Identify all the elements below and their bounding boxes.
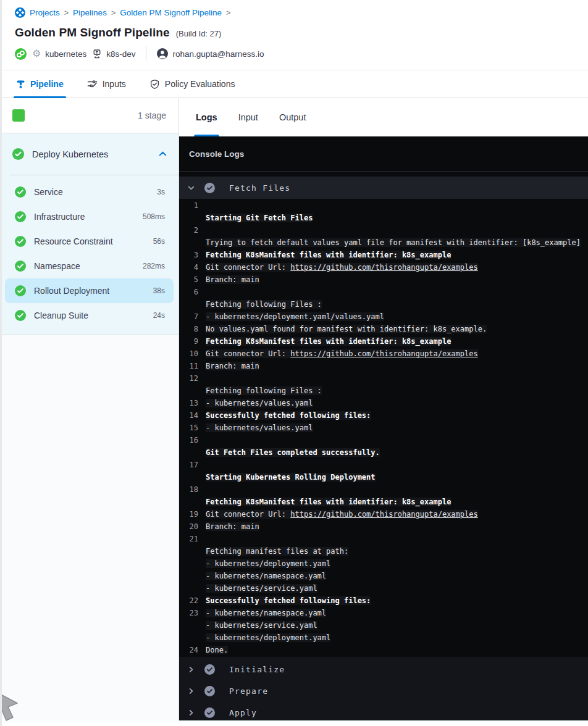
left-panel-filler — [0, 335, 178, 720]
environment: k8s-dev — [92, 49, 135, 59]
tab-policy-evaluations[interactable]: Policy Evaluations — [149, 70, 235, 98]
log-section-apply[interactable]: Apply — [179, 702, 588, 720]
breadcrumb-pipelines[interactable]: Pipelines — [73, 8, 107, 17]
log-section-title: Prepare — [229, 686, 268, 696]
chevron-right-icon — [187, 687, 195, 695]
step-row[interactable]: Resource Constraint56s — [5, 229, 174, 254]
tab-input[interactable]: Input — [238, 98, 258, 136]
success-check-icon — [15, 211, 26, 222]
line-number: 17 — [179, 461, 198, 469]
log-section-prepare[interactable]: Prepare — [179, 680, 588, 702]
log-section-fetch-files[interactable]: Fetch Files — [179, 177, 588, 199]
log-text: - kubernetes/deployment.yaml — [206, 633, 330, 642]
log-text: Branch: main — [206, 275, 259, 284]
log-line: 20Branch: main — [179, 520, 588, 533]
log-line-text: Fetching K8sManifest files with identifi… — [206, 498, 451, 506]
title-row: Golden PM Signoff Pipeline (Build Id: 27… — [15, 26, 588, 40]
log-line: 19Git connector Url: https://github.com/… — [179, 508, 588, 520]
log-line-text: Starting Git Fetch Files — [206, 214, 313, 222]
success-check-icon — [15, 236, 26, 247]
log-line: 14Successfully fetched following files: — [179, 409, 588, 422]
user-avatar-icon — [157, 48, 168, 59]
breadcrumb-pipeline-name[interactable]: Golden PM Signoff Pipeline — [120, 8, 222, 17]
step-row[interactable]: Rollout Deployment38s — [5, 278, 174, 303]
log-line: 23- kubernetes/namespace.yaml — [179, 607, 588, 619]
line-number: 24 — [179, 646, 198, 654]
log-line-text: No values.yaml found for manifest with i… — [206, 325, 487, 333]
breadcrumb-projects[interactable]: Projects — [30, 8, 60, 17]
log-text: Branch: main — [206, 522, 259, 531]
line-number: 5 — [179, 275, 198, 284]
line-number: 7 — [179, 312, 198, 321]
step-success-icon — [204, 664, 215, 675]
line-number: 23 — [179, 609, 198, 617]
policy-check-icon — [149, 79, 160, 90]
log-line: - kubernetes/deployment.yaml — [179, 557, 588, 570]
log-line: 24Done. — [179, 644, 588, 656]
stage-group-header[interactable]: Deploy Kubernetes — [0, 133, 178, 175]
log-line-text: - kubernetes/deployment.yaml/values.yaml — [206, 312, 384, 321]
breadcrumb: Projects > Pipelines > Golden PM Signoff… — [15, 7, 588, 18]
log-line-text: Fetching following Files : — [206, 300, 322, 309]
stage-group: Deploy Kubernetes Service3sInfrastructur… — [0, 133, 178, 335]
log-text: Trying to fetch default values yaml file… — [206, 238, 581, 247]
log-line: - kubernetes/namespace.yaml — [179, 570, 588, 582]
meta-row: ⚙ kubernetes k8s-dev rohan.gupta@harness… — [15, 46, 588, 70]
deployment-type: ⚙ kubernetes — [32, 49, 86, 59]
log-line-text: Branch: main — [206, 522, 259, 531]
environment-label: k8s-dev — [106, 49, 135, 59]
pipeline-icon — [16, 79, 25, 89]
log-section-title: Fetch Files — [229, 183, 290, 193]
log-line-text: - kubernetes/deployment.yaml — [206, 559, 330, 568]
step-row[interactable]: Infrastructure508ms — [5, 204, 174, 229]
log-section-title: Initialize — [229, 665, 285, 674]
log-line: 10Git connector Url: https://github.com/… — [179, 348, 588, 360]
log-text: Done. — [206, 646, 228, 654]
step-duration: 508ms — [143, 212, 165, 221]
log-line: 6 — [179, 286, 588, 298]
tab-logs[interactable]: Logs — [196, 98, 217, 136]
chevron-up-icon[interactable] — [158, 149, 167, 159]
log-text: Successfully fetched following files: — [206, 411, 371, 420]
log-text: Fetching manifest files at path: — [206, 547, 348, 556]
log-link[interactable]: https://github.com/thisrohangupta/exampl… — [290, 510, 477, 519]
log-text: Starting Git Fetch Files — [206, 214, 313, 222]
window-edge — [0, 0, 2, 726]
log-text: - kubernetes/values.yaml — [206, 424, 313, 432]
step-row[interactable]: Cleanup Suite24s — [5, 303, 174, 328]
tab-output[interactable]: Output — [279, 98, 306, 136]
step-label: Resource Constraint — [34, 236, 145, 246]
log-link[interactable]: https://github.com/thisrohangupta/exampl… — [290, 263, 477, 272]
log-section-initialize[interactable]: Initialize — [179, 659, 588, 680]
log-line: 16 — [179, 434, 588, 446]
line-number: 15 — [179, 424, 198, 432]
log-text: Git connector Url: — [206, 263, 290, 272]
line-number: 11 — [179, 362, 198, 370]
stage-group-label: Deploy Kubernetes — [32, 149, 150, 159]
log-link[interactable]: https://github.com/thisrohangupta/exampl… — [290, 349, 477, 358]
log-line: Fetching K8sManifest files with identifi… — [179, 496, 588, 508]
log-line: 7- kubernetes/deployment.yaml/values.yam… — [179, 311, 588, 323]
tab-label: Inputs — [103, 79, 126, 89]
log-line: 12 — [179, 372, 588, 385]
step-row[interactable]: Service3s — [5, 180, 174, 204]
stage-count: 1 stage — [138, 111, 166, 120]
step-row[interactable]: Namespace282ms — [5, 254, 174, 278]
tab-pipeline[interactable]: Pipeline — [16, 70, 64, 98]
gear-icon: ⚙ — [32, 49, 41, 59]
log-line-text: Trying to fetch default values yaml file… — [206, 238, 581, 247]
step-duration: 282ms — [143, 262, 165, 270]
chevron-down-icon — [187, 184, 195, 192]
log-text: - kubernetes/deployment.yaml/values.yaml — [206, 312, 384, 321]
log-line: 13- kubernetes/values.yaml — [179, 397, 588, 409]
log-line: 22Successfully fetched following files: — [179, 595, 588, 607]
breadcrumb-separator: > — [64, 9, 69, 17]
tab-inputs[interactable]: Inputs — [87, 70, 126, 98]
log-line-text: Successfully fetched following files: — [206, 596, 371, 605]
breadcrumb-separator: > — [226, 9, 230, 17]
tab-label: Policy Evaluations — [165, 79, 235, 89]
log-text: No values.yaml found for manifest with i… — [206, 325, 487, 333]
log-line-text: Successfully fetched following files: — [206, 411, 371, 420]
log-line-text: Git Fetch Files completed successfully. — [206, 448, 380, 457]
step-duration: 3s — [157, 188, 165, 196]
